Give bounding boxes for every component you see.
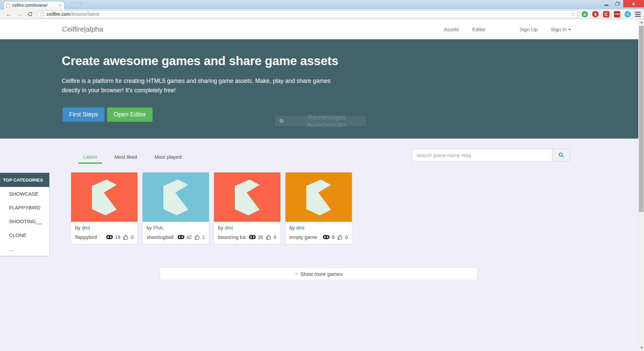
thumbs-up-icon	[195, 235, 200, 240]
window-controls: ×	[601, 0, 644, 7]
url-domain: ceilfire.com	[47, 11, 70, 17]
restore-icon	[615, 2, 620, 6]
search-input[interactable]	[412, 149, 552, 161]
open-editor-button[interactable]: Open Editor	[107, 107, 153, 122]
browser-tab-strip: ceilfire.com/browse/ × ×	[0, 0, 644, 9]
nav-link-sign-in[interactable]: Sign In	[551, 27, 571, 32]
category-clone[interactable]: CLONE	[0, 228, 49, 242]
url-text: ceilfire.com/browse/latest	[47, 11, 99, 17]
category-showcase[interactable]: SHOWCASE	[0, 187, 49, 201]
author-link[interactable]: dml	[82, 225, 90, 231]
game-name[interactable]: shootingball	[147, 234, 174, 240]
game-thumbnail[interactable]	[214, 172, 280, 222]
browse-tabs: Latest Most liked Most played	[78, 151, 194, 164]
thumbs-up-icon	[123, 235, 129, 240]
snip-overlay-label: Rechteckiges Ausschneiden	[288, 114, 366, 129]
author-link[interactable]: dml	[296, 225, 304, 231]
tab-latest[interactable]: Latest	[78, 151, 102, 164]
game-name[interactable]: bouncing ball	[218, 234, 246, 240]
byline: by dml	[289, 225, 348, 231]
hero-section: Create awesome games and share game asse…	[0, 39, 644, 139]
plays-icon	[106, 235, 113, 239]
game-card[interactable]: by PhA shootingball 42 1	[142, 172, 209, 244]
plus-icon: +	[295, 271, 298, 277]
forward-icon[interactable]: →	[16, 11, 22, 17]
plays-icon	[323, 235, 330, 239]
nav-link-assets[interactable]: Assets	[444, 27, 459, 32]
ceilfire-logo-icon	[154, 176, 198, 219]
game-card[interactable]: by dml bouncing ball 26 0	[214, 172, 281, 244]
plays-icon	[177, 235, 184, 239]
likes-stat: 1	[195, 235, 205, 240]
extension-share-icon[interactable]	[624, 10, 632, 18]
tab-most-liked[interactable]: Most liked	[109, 151, 142, 164]
show-more-games-button[interactable]: + Show more games	[160, 267, 478, 280]
browser-toolbar: ← → ceilfire.com/browse/latest ☆ a C COR…	[0, 9, 644, 19]
snipping-tool-overlay: Rechteckiges Ausschneiden	[275, 116, 366, 126]
scrollbar-thumb[interactable]	[639, 26, 644, 212]
game-card[interactable]: by dml flappybird 19 0	[71, 172, 138, 244]
scroll-down-icon[interactable]	[639, 345, 644, 351]
nav-link-editor[interactable]: Editor	[472, 27, 485, 32]
bookmark-star-icon[interactable]: ☆	[570, 11, 575, 17]
nav-links: Assets Editor Sign Up Sign In	[444, 19, 584, 39]
tab-most-played[interactable]: Most played	[149, 151, 186, 164]
hand-icon	[594, 12, 597, 16]
thumbs-up-icon	[266, 235, 272, 240]
ceilfire-logo-icon	[297, 176, 341, 219]
back-icon[interactable]: ←	[6, 11, 12, 17]
ceilfire-logo-icon	[225, 176, 269, 219]
browser-menu-icon[interactable]	[635, 12, 641, 17]
window-restore-button[interactable]	[612, 0, 623, 7]
show-more-label: Show more games	[301, 271, 342, 277]
extension-adguard-icon[interactable]: a	[581, 10, 589, 18]
browser-tab[interactable]: ceilfire.com/browse/ ×	[3, 1, 65, 9]
ceilfire-logo-icon	[82, 176, 126, 219]
hero-title: Create awesome games and share game asse…	[62, 54, 338, 68]
search-button[interactable]	[552, 149, 570, 161]
plays-stat: 42	[177, 235, 192, 240]
url-bar[interactable]: ceilfire.com/browse/latest ☆	[38, 10, 578, 18]
snip-mode-icon	[275, 116, 288, 126]
extension-cors-icon[interactable]: CORS	[613, 10, 621, 18]
game-name[interactable]: empty game	[289, 234, 320, 240]
window-minimize-button[interactable]	[601, 0, 612, 7]
game-search	[412, 149, 570, 161]
byline: by PhA	[147, 225, 205, 231]
first-steps-button[interactable]: First Steps	[62, 107, 105, 122]
game-thumbnail[interactable]	[71, 172, 138, 222]
plays-stat: 19	[106, 235, 120, 240]
chevron-down-icon	[568, 29, 571, 31]
hero-subtitle: Ceilfire is a platform for creating HTML…	[62, 76, 350, 95]
extension-c-icon[interactable]: C	[602, 10, 610, 18]
game-thumbnail[interactable]	[143, 172, 209, 222]
window-close-button[interactable]: ×	[623, 0, 644, 7]
likes-stat: 0	[123, 235, 133, 240]
category-shooting[interactable]: SHOOTING__	[0, 214, 49, 228]
category-more[interactable]: ...	[0, 242, 49, 256]
extension-adblock-icon[interactable]	[591, 10, 599, 18]
author-link[interactable]: dml	[225, 225, 233, 231]
game-name[interactable]: flappybird	[75, 234, 103, 240]
likes-stat: 0	[266, 235, 276, 240]
page-scrollbar[interactable]	[638, 19, 644, 351]
new-tab-button[interactable]	[68, 2, 82, 7]
scroll-up-icon[interactable]	[639, 19, 644, 25]
hero-buttons: First Steps Open Editor	[62, 107, 153, 122]
game-card[interactable]: by dml empty game 6 0	[285, 172, 352, 244]
top-categories-panel: TOP CATEGORIES SHOWCASE FLAPPYBIRD SHOOT…	[0, 173, 49, 256]
thumbs-up-icon	[337, 235, 343, 240]
tab-close-icon[interactable]: ×	[58, 3, 62, 8]
category-flappybird[interactable]: FLAPPYBIRD	[0, 201, 49, 214]
plays-stat: 26	[249, 235, 263, 240]
browser-tab-title: ceilfire.com/browse/	[12, 3, 58, 8]
game-thumbnail[interactable]	[285, 172, 352, 222]
reload-icon[interactable]	[28, 11, 33, 17]
byline: by dml	[218, 225, 276, 231]
nav-link-sign-up[interactable]: Sign Up	[520, 27, 537, 32]
site-logo[interactable]: Ceilfire|alpha	[62, 25, 103, 33]
top-categories-header: TOP CATEGORIES	[0, 173, 49, 187]
likes-stat: 0	[337, 235, 348, 240]
plays-stat: 6	[323, 235, 334, 240]
author-link[interactable]: PhA	[153, 225, 163, 231]
